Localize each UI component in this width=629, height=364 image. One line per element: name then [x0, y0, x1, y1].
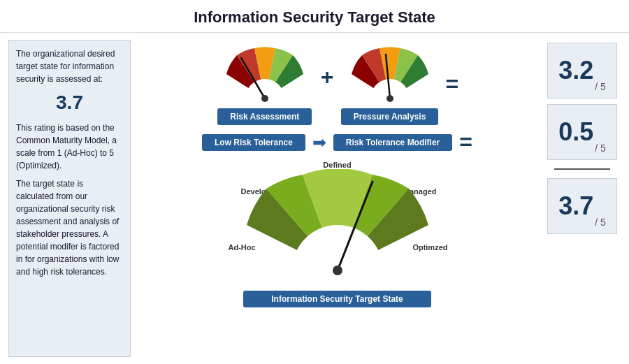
- score-1-denom: / 5: [595, 81, 606, 92]
- equals-sign-1: =: [446, 71, 459, 97]
- title-bar: Information Security Target State: [0, 0, 629, 33]
- page-title: Information Security Target State: [0, 8, 629, 27]
- low-risk-tolerance-label: Low Risk Tolerance: [202, 134, 305, 151]
- description-1: The organizational desired target state …: [16, 48, 123, 85]
- score-1-number: 3.2: [558, 56, 593, 85]
- bottom-gauge-section: Defined Developing Managed Ad-Hoc Optimz…: [226, 161, 449, 307]
- risk-assessment-gauge: [216, 43, 314, 105]
- svg-point-5: [386, 95, 393, 102]
- label-defined: Defined: [323, 161, 351, 169]
- main-score: 3.7: [16, 88, 123, 117]
- score-2-denom: / 5: [595, 143, 606, 154]
- large-gauge-wrapper: Defined Developing Managed Ad-Hoc Optimz…: [226, 161, 449, 293]
- score-3-denom: / 5: [595, 217, 606, 228]
- pressure-analysis-gauge-box: Pressure Analysis: [341, 43, 439, 125]
- center-panel: Risk Assessment +: [138, 40, 537, 357]
- large-gauge-svg: [226, 169, 449, 284]
- plus-sign: +: [321, 64, 334, 90]
- right-panel: 3.2 / 5 0.5 / 5 3.7 / 5: [544, 40, 621, 357]
- equals-sign-2: =: [459, 129, 472, 155]
- description-2: This rating is based on the Common Matur…: [16, 122, 123, 172]
- top-row: Risk Assessment +: [216, 43, 458, 125]
- score-box-1: 3.2 / 5: [547, 43, 617, 99]
- score-3-number: 3.7: [558, 191, 593, 221]
- score-box-3: 3.7 / 5: [547, 178, 617, 234]
- score-2-number: 0.5: [558, 117, 593, 147]
- arrow-icon: ➡: [312, 133, 326, 152]
- score-divider: [554, 168, 610, 170]
- risk-assessment-label: Risk Assessment: [217, 108, 312, 125]
- risk-tolerance-modifier-label: Risk Tolerance Modifier: [333, 134, 452, 151]
- svg-point-8: [333, 265, 342, 275]
- score-box-2: 0.5 / 5: [547, 104, 617, 160]
- pressure-analysis-label: Pressure Analysis: [341, 108, 439, 125]
- pressure-analysis-gauge: [341, 43, 439, 105]
- modifier-row: Low Risk Tolerance ➡ Risk Tolerance Modi…: [202, 129, 472, 155]
- description-3: The target state is calculated from our …: [16, 177, 123, 278]
- left-panel: The organizational desired target state …: [8, 40, 131, 357]
- risk-assessment-gauge-box: Risk Assessment: [216, 43, 314, 125]
- svg-point-2: [261, 95, 268, 102]
